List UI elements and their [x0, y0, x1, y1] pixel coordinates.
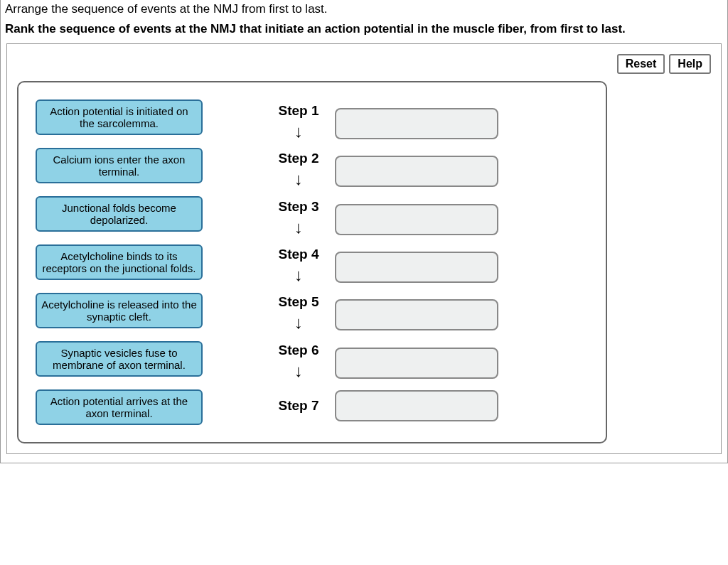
step-label: Step 2	[274, 151, 323, 166]
step-label: Step 4	[274, 247, 323, 262]
reset-button[interactable]: Reset	[617, 54, 665, 74]
step-label-cell: Step 2 ↓	[274, 151, 323, 192]
button-row: Reset Help	[17, 54, 711, 74]
arrow-down-icon: ↓	[294, 171, 303, 188]
question-container: Arrange the sequence of events at the NM…	[0, 0, 728, 463]
ranking-workspace: Action potential is initiated on the sar…	[17, 81, 607, 443]
arrow-down-icon: ↓	[294, 123, 303, 140]
help-button[interactable]: Help	[669, 54, 711, 74]
arrow-down-icon: ↓	[294, 219, 303, 236]
drop-slot-1[interactable]	[335, 108, 498, 139]
arrow-down-icon: ↓	[294, 362, 303, 380]
drop-slot-2[interactable]	[335, 156, 498, 187]
step-label: Step 7	[274, 398, 323, 414]
draggable-tile[interactable]: Synaptic vesicles fuse to membrane of ax…	[36, 341, 203, 377]
step-label-cell: Step 5 ↓	[274, 294, 323, 335]
step-label: Step 6	[274, 343, 323, 358]
target-steps-column: Step 1 ↓ Step 2 ↓ Step 3 ↓ Step 4 ↓	[274, 99, 498, 425]
arrow-down-icon: ↓	[294, 314, 303, 331]
draggable-tile[interactable]: Junctional folds become depolarized.	[36, 196, 203, 232]
draggable-tile[interactable]: Acetylcholine is released into the synap…	[36, 293, 203, 328]
drop-slot-6[interactable]	[335, 348, 498, 379]
draggable-tile[interactable]: Acetylcholine binds to its receptors on …	[36, 244, 203, 280]
question-instruction: Rank the sequence of events at the NMJ t…	[1, 21, 727, 43]
step-label: Step 1	[274, 103, 323, 119]
step-label: Step 3	[274, 199, 323, 215]
source-tiles-column: Action potential is initiated on the sar…	[36, 99, 203, 425]
step-label: Step 5	[274, 294, 323, 310]
question-title: Arrange the sequence of events at the NM…	[1, 0, 727, 21]
step-label-cell: Step 1 ↓	[274, 103, 323, 144]
drop-slot-7[interactable]	[335, 390, 498, 421]
draggable-tile[interactable]: Action potential is initiated on the sar…	[36, 99, 203, 135]
activity-panel: Reset Help Action potential is initiated…	[6, 43, 722, 454]
step-label-cell: Step 6 ↓	[274, 343, 323, 384]
draggable-tile[interactable]: Calcium ions enter the axon terminal.	[36, 148, 203, 183]
arrow-down-icon: ↓	[294, 267, 303, 284]
step-label-cell: Step 3 ↓	[274, 199, 323, 240]
drop-slot-5[interactable]	[335, 299, 498, 330]
draggable-tile[interactable]: Action potential arrives at the axon ter…	[36, 389, 203, 425]
step-label-cell: Step 7	[274, 398, 323, 414]
drop-slot-4[interactable]	[335, 252, 498, 283]
drop-slot-3[interactable]	[335, 204, 498, 235]
step-label-cell: Step 4 ↓	[274, 247, 323, 288]
